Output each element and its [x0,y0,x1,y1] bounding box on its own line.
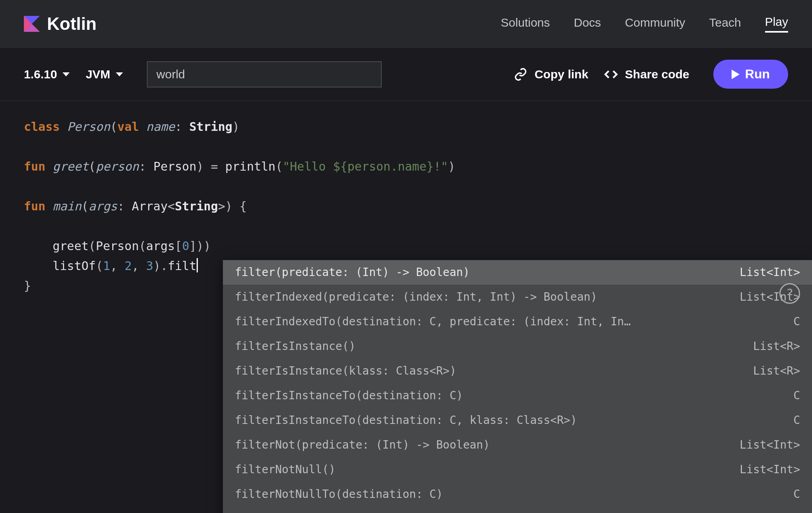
chevron-down-icon [116,72,123,76]
version-dropdown[interactable]: 1.6.10 [24,68,70,81]
help-label: ? [786,284,793,303]
share-code-button[interactable]: Share code [604,68,689,81]
autocomplete-return-type: List<R> [753,361,800,381]
header: Kotlin Solutions Docs Community Teach Pl… [0,0,812,48]
autocomplete-item[interactable]: filterIndexed(predicate: (index: Int, In… [223,285,812,309]
logo[interactable]: Kotlin [24,14,97,34]
chevron-down-icon [62,72,70,76]
nav-docs[interactable]: Docs [574,16,601,32]
toolbar: 1.6.10 JVM Copy link Share code Run [0,48,812,101]
nav-play[interactable]: Play [765,15,788,33]
program-args-input[interactable] [147,61,382,87]
autocomplete-return-type: C [793,484,800,504]
text-cursor [197,258,198,272]
copy-link-button[interactable]: Copy link [514,68,588,81]
kotlin-logo-icon [24,16,40,32]
autocomplete-return-type: C [793,386,800,406]
help-button[interactable]: ? [779,283,800,304]
run-button[interactable]: Run [713,60,788,89]
link-icon [514,68,527,81]
autocomplete-item[interactable]: filterIndexedTo(destination: C, predicat… [223,309,812,334]
main-nav: Solutions Docs Community Teach Play [501,15,788,33]
run-label: Run [745,67,770,82]
autocomplete-item[interactable]: filterNot(predicate: (Int) -> Boolean)Li… [223,433,812,457]
target-dropdown[interactable]: JVM [86,68,123,81]
autocomplete-return-type: C [793,509,800,513]
nav-solutions[interactable]: Solutions [501,16,550,32]
autocomplete-item[interactable]: filterIsInstanceTo(destination: C)C [223,383,812,408]
nav-community[interactable]: Community [625,16,685,32]
autocomplete-item[interactable]: filter(predicate: (Int) -> Boolean)List<… [223,260,812,285]
autocomplete-popup: filter(predicate: (Int) -> Boolean)List<… [223,260,812,513]
autocomplete-signature: filterIsInstance() [235,336,355,356]
autocomplete-signature: filterNot(predicate: (Int) -> Boolean) [235,435,490,455]
autocomplete-item[interactable]: filterIsInstanceTo(destination: C, klass… [223,408,812,433]
copy-link-label: Copy link [535,68,588,81]
play-icon [732,70,740,79]
share-code-label: Share code [625,68,689,81]
code-icon [604,68,618,81]
autocomplete-item[interactable]: filterNotTo(destination: C, predicate: (… [223,507,812,513]
autocomplete-signature: filterNotTo(destination: C, predicate: (… [235,509,611,513]
autocomplete-return-type: C [793,410,800,430]
code-editor[interactable]: class Person(val name: String) fun greet… [0,101,812,312]
autocomplete-signature: filterIsInstanceTo(destination: C, klass… [235,410,577,430]
autocomplete-return-type: List<R> [753,336,800,356]
autocomplete-item[interactable]: filterIsInstance(klass: Class<R>)List<R> [223,359,812,383]
autocomplete-item[interactable]: filterNotNullTo(destination: C)C [223,482,812,507]
target-value: JVM [86,68,110,81]
autocomplete-signature: filter(predicate: (Int) -> Boolean) [235,262,470,282]
autocomplete-return-type: List<Int> [740,460,800,480]
autocomplete-signature: filterIndexedTo(destination: C, predicat… [235,312,631,332]
autocomplete-signature: filterNotNullTo(destination: C) [235,484,443,504]
version-value: 1.6.10 [24,68,57,81]
autocomplete-signature: filterIsInstance(klass: Class<R>) [235,361,456,381]
autocomplete-return-type: List<Int> [740,262,800,282]
nav-teach[interactable]: Teach [709,16,741,32]
autocomplete-return-type: C [793,312,800,332]
autocomplete-return-type: List<Int> [740,435,800,455]
brand-name: Kotlin [47,14,97,34]
autocomplete-signature: filterIndexed(predicate: (index: Int, In… [235,287,597,307]
autocomplete-item[interactable]: filterNotNull()List<Int> [223,457,812,482]
autocomplete-signature: filterIsInstanceTo(destination: C) [235,386,463,406]
autocomplete-item[interactable]: filterIsInstance()List<R> [223,334,812,359]
autocomplete-signature: filterNotNull() [235,460,336,480]
